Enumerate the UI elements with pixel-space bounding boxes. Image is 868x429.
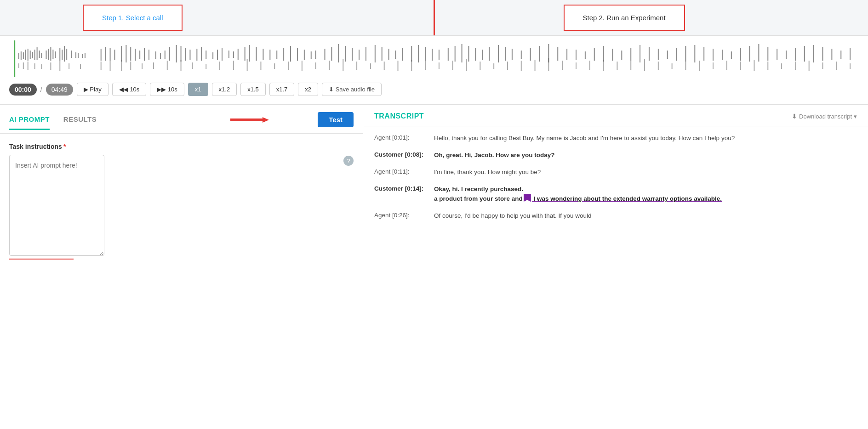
svg-rect-169: [493, 63, 494, 69]
svg-rect-13: [48, 49, 49, 60]
svg-rect-138: [80, 64, 81, 69]
prompt-area-wrapper: ?: [9, 155, 354, 260]
svg-rect-79: [418, 45, 419, 62]
svg-rect-177: [603, 60, 604, 71]
tab-ai-prompt[interactable]: AI PROMPT: [9, 115, 50, 130]
svg-rect-9: [37, 47, 38, 60]
transcript-entry: Agent [0:01]: Hello, thank you for calli…: [374, 134, 857, 143]
svg-rect-3: [23, 52, 24, 59]
svg-rect-157: [329, 61, 330, 70]
svg-rect-168: [480, 62, 480, 70]
download-link[interactable]: ⬇ Download transcript ▾: [792, 113, 857, 120]
svg-rect-50: [222, 48, 223, 61]
tabs-bar: AI PROMPT RESULTS Test: [0, 105, 363, 134]
svg-rect-83: [448, 48, 449, 61]
download-label: Download transcript: [799, 113, 852, 120]
speed-x1-2-button[interactable]: x1.2: [212, 83, 237, 96]
svg-rect-156: [315, 62, 316, 69]
svg-rect-134: [41, 64, 42, 69]
right-panel: TRANSCRIPT ⬇ Download transcript ▾ Agent…: [363, 105, 868, 429]
svg-rect-153: [274, 63, 275, 69]
svg-rect-90: [498, 45, 499, 62]
speed-x1-button[interactable]: x1: [188, 83, 208, 96]
svg-rect-182: [672, 63, 673, 69]
svg-rect-84: [455, 46, 456, 62]
left-panel-body: Task instructions* ?: [0, 134, 363, 429]
waveform-svg[interactable]: [9, 40, 859, 77]
svg-rect-16: [55, 51, 56, 58]
svg-rect-64: [311, 51, 312, 59]
total-time: 04:49: [46, 84, 73, 96]
transcript-speaker-customer: Customer [0:08]:: [374, 151, 434, 160]
svg-rect-101: [594, 48, 595, 61]
svg-rect-57: [263, 49, 263, 60]
svg-rect-40: [169, 47, 170, 61]
svg-rect-192: [809, 61, 810, 71]
svg-rect-18: [62, 50, 63, 60]
svg-rect-15: [52, 50, 53, 59]
speed-x1-5-button[interactable]: x1.5: [240, 83, 266, 96]
svg-rect-46: [201, 47, 202, 61]
svg-rect-123: [795, 48, 796, 61]
svg-rect-93: [521, 51, 522, 59]
svg-rect-133: [34, 63, 35, 69]
svg-rect-38: [160, 53, 161, 59]
step2-box[interactable]: Step 2. Run an Experiment: [564, 5, 685, 31]
svg-rect-119: [758, 44, 759, 62]
svg-rect-110: [676, 48, 677, 61]
svg-rect-155: [302, 61, 303, 71]
prompt-textarea[interactable]: [9, 155, 104, 256]
svg-rect-10: [39, 51, 40, 58]
svg-rect-179: [630, 61, 631, 70]
svg-rect-97: [557, 47, 558, 61]
svg-rect-195: [850, 63, 851, 69]
step1-box[interactable]: Step 1. Select a call: [83, 5, 183, 31]
svg-rect-48: [212, 52, 213, 59]
highlighted-text: I was wondering about the extended warra…: [532, 195, 722, 202]
svg-rect-102: [603, 46, 604, 62]
transcript-text: Of course, I'd be happy to help you with…: [434, 211, 857, 221]
svg-rect-95: [539, 46, 540, 62]
svg-rect-80: [425, 47, 426, 61]
tab-results[interactable]: RESULTS: [63, 115, 97, 130]
svg-rect-191: [795, 62, 796, 70]
svg-rect-107: [649, 47, 650, 61]
svg-rect-185: [713, 62, 714, 69]
transcript-title: TRANSCRIPT: [374, 112, 792, 120]
main-content: AI PROMPT RESULTS Test Task instructions…: [0, 105, 868, 429]
svg-rect-17: [59, 48, 60, 61]
svg-rect-54: [245, 47, 246, 61]
save-audio-button[interactable]: ⬇ Save audio file: [322, 83, 382, 96]
waveform-container[interactable]: [9, 40, 859, 77]
arrow-indicator: [230, 117, 304, 123]
svg-rect-172: [535, 60, 536, 71]
header-left: Step 1. Select a call: [0, 0, 434, 35]
transcript-header: TRANSCRIPT ⬇ Download transcript ▾: [363, 105, 868, 126]
help-icon[interactable]: ?: [343, 156, 354, 166]
speed-x2-button[interactable]: x2: [298, 83, 318, 96]
svg-rect-115: [722, 50, 723, 60]
svg-rect-120: [767, 47, 768, 61]
svg-rect-8: [34, 50, 35, 60]
transcript-speaker: Agent [0:01]:: [374, 134, 434, 143]
svg-rect-65: [315, 51, 316, 59]
transcript-body: Agent [0:01]: Hello, thank you for calli…: [363, 126, 868, 429]
svg-rect-189: [767, 62, 768, 70]
svg-rect-19: [64, 46, 65, 62]
arrow-line: [230, 119, 263, 121]
rewind-button[interactable]: ◀◀ 10s: [112, 83, 147, 96]
svg-rect-176: [589, 61, 590, 70]
play-button[interactable]: ▶ Play: [77, 83, 108, 96]
svg-rect-72: [365, 47, 366, 61]
speed-x1-7-button[interactable]: x1.7: [269, 83, 295, 96]
svg-rect-47: [206, 51, 206, 59]
svg-rect-130: [18, 63, 19, 68]
svg-rect-194: [836, 62, 837, 70]
svg-rect-137: [69, 63, 69, 69]
svg-rect-43: [185, 48, 186, 61]
svg-rect-161: [384, 62, 385, 70]
svg-rect-78: [411, 46, 412, 62]
left-panel: AI PROMPT RESULTS Test Task instructions…: [0, 105, 363, 429]
forward-button[interactable]: ▶▶ 10s: [150, 83, 184, 96]
test-button[interactable]: Test: [318, 112, 354, 127]
